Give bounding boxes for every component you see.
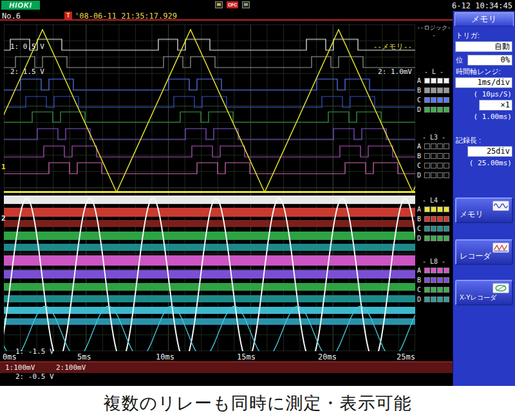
logic-channel-C: C	[415, 95, 453, 105]
logic-state-square	[431, 287, 436, 293]
channel-range-statusbar: 1:100mV 2:100mV	[0, 361, 453, 373]
mode-header-button[interactable]: メモリ	[454, 12, 514, 26]
logic-state-square	[424, 78, 430, 84]
logic-panel-title: --ロジック--	[415, 24, 453, 32]
logic-state-square	[444, 87, 449, 93]
ch1-top-scale: 1: 0.5 V	[10, 42, 44, 51]
trigger-mode-field[interactable]: 自動	[455, 41, 512, 52]
status-icons: CFC	[215, 1, 250, 8]
logic-state-square	[444, 226, 449, 232]
record-time-text: ( 25.00ms)	[453, 159, 512, 167]
logic-state-square	[444, 163, 449, 169]
logic-state-square	[431, 268, 436, 273]
logic-state-square	[444, 268, 449, 273]
time-tick-4: 20ms	[318, 352, 337, 361]
logic-state-square	[444, 297, 449, 302]
logic-state-square	[424, 172, 430, 178]
logic-group: - L3 -ABCD	[415, 133, 453, 180]
logic-state-square	[437, 153, 443, 159]
logic-state-square	[424, 143, 430, 149]
time-tick-5: 25ms	[397, 352, 415, 361]
logic-state-square	[444, 78, 449, 84]
logic-channel-label: D	[417, 235, 424, 242]
recorder-waveform-icon	[492, 242, 509, 253]
logic-channel-label: D	[417, 106, 424, 113]
logic-state-square	[444, 287, 449, 293]
logic-state-square	[431, 78, 436, 84]
header-divider-line	[0, 19, 453, 21]
logic-state-square	[437, 107, 443, 113]
logic-channel-label: A	[417, 206, 424, 213]
logic-state-square	[437, 97, 443, 103]
ch2-right-scale: 2: 1.0mV	[358, 68, 412, 76]
sample-rate-text: ( 10μs/S)	[453, 90, 512, 98]
logic-state-square	[424, 107, 430, 113]
logic-state-square	[424, 226, 430, 232]
logic-group: - L -ABCD	[415, 68, 453, 114]
logic-state-square	[424, 287, 430, 293]
logic-channel-C: C	[415, 224, 453, 233]
logic-state-square	[431, 87, 436, 93]
memory-waveform-icon	[492, 201, 509, 211]
logic-state-square	[437, 277, 443, 283]
logic-channel-label: D	[417, 172, 424, 179]
logic-group: - L4 -ABCD	[415, 196, 453, 243]
logic-channel-label: C	[417, 162, 424, 169]
logic-channel-label: D	[417, 296, 424, 303]
ch1-zero-marker: 1	[1, 163, 6, 171]
cf-card-badge: CFC	[227, 1, 238, 8]
hioki-memory-hicorder-screenshot: HIOKI CFC 6-12 10:34:45 No.6 T '08-06-11…	[0, 0, 515, 420]
logic-state-square	[424, 277, 430, 283]
logic-state-square	[437, 163, 443, 169]
logic-group-label: - L4 -	[415, 196, 453, 205]
logic-channel-A: A	[415, 266, 453, 275]
logic-state-square	[437, 206, 443, 212]
logic-channel-C: C	[415, 285, 453, 295]
timebase-label: 時間軸レンジ:	[456, 68, 515, 76]
logic-channel-label: B	[417, 215, 424, 223]
trigger-position-row: 位 0%	[453, 55, 515, 66]
scale-readout-top-left: 1: 0.5 V 2: 1.5 V	[10, 26, 44, 93]
logic-state-square	[424, 87, 430, 93]
logic-state-square	[424, 153, 430, 159]
logic-channel-A: A	[415, 76, 453, 86]
record-length-label: 記録長 :	[456, 136, 515, 145]
logic-channel-label: C	[417, 286, 424, 293]
logic-state-square	[444, 206, 449, 212]
logic-channel-A: A	[415, 142, 453, 151]
magnification-field[interactable]: ×1	[479, 100, 512, 111]
hioki-logo: HIOKI	[1, 1, 40, 10]
logic-channel-label: B	[417, 277, 424, 284]
settings-sidebar: メモリ トリガ: 自動 位 0% 時間軸レンジ: 1ms/div ( 10μs/…	[453, 11, 515, 386]
time-tick-1: 5ms	[77, 352, 91, 361]
logic-state-square	[424, 163, 430, 169]
logic-channel-B: B	[415, 86, 453, 95]
logic-state-square	[431, 153, 436, 159]
trigger-position-field[interactable]: 0%	[467, 55, 512, 66]
logic-channel-label: A	[417, 77, 424, 84]
logic-channel-label: C	[417, 96, 424, 104]
scale-readout-top-right: --メモリ-- 2: 1.0mV	[358, 26, 412, 93]
memory-function-button[interactable]: メモリ	[455, 197, 513, 223]
logic-group-label: - L -	[415, 68, 453, 76]
trigger-flag-icon: T	[64, 12, 72, 19]
logic-state-square	[424, 97, 430, 103]
logic-state-square	[437, 268, 443, 273]
xy-recorder-function-button[interactable]: X-Yレコーダ	[455, 280, 513, 306]
logic-channel-label: B	[417, 152, 424, 160]
logic-state-square	[424, 268, 430, 273]
printer-status-icon	[242, 1, 250, 8]
ch2-top-scale: 2: 1.5 V	[10, 68, 44, 76]
logic-channel-B: B	[415, 214, 453, 224]
timebase-field[interactable]: 1ms/div	[455, 77, 512, 88]
logic-state-square	[437, 143, 443, 149]
logic-channel-label: B	[417, 87, 424, 94]
logic-groups: - L -ABCD- L3 -ABCD- L4 -ABCD- L8 -ABCD	[415, 68, 453, 304]
logic-state-square	[444, 216, 449, 222]
recorder-function-button[interactable]: レコーダ	[455, 239, 513, 265]
logic-state-square	[424, 206, 430, 212]
record-length-field[interactable]: 25div	[467, 146, 512, 157]
logic-state-square	[431, 297, 436, 302]
logic-state-square	[444, 143, 449, 149]
ch2-bottom-scale: 2: -0.5 V	[15, 372, 54, 381]
